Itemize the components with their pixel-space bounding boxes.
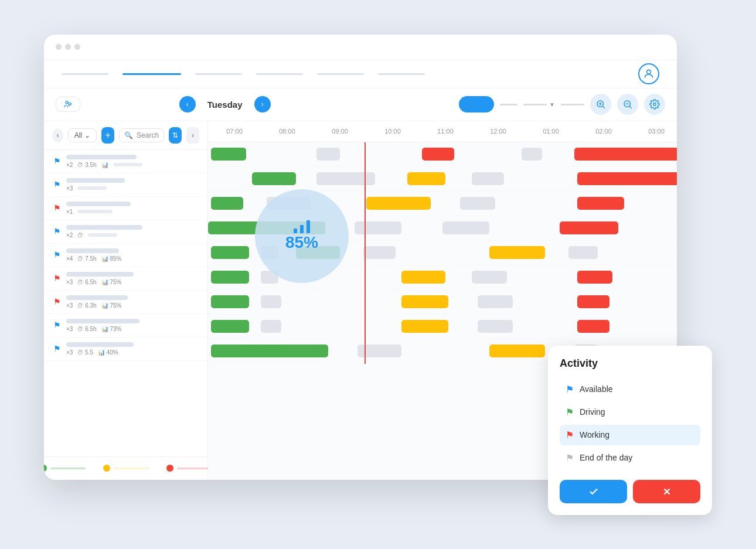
nav-link-6[interactable] [378,73,425,75]
day-navigation: ‹ Tuesday › [179,96,271,112]
driver-meta: ×3 ⏱ 6.5h 📊 73% [66,326,199,332]
outer-wrapper: ‹ Tuesday › ▼ [44,35,712,515]
legend-dot-green [44,465,47,472]
settings-button[interactable] [644,94,665,115]
driver-meta: ×3 ⏱ 5.5 📊 40% [66,349,199,356]
legend-available [44,465,86,472]
sidebar-controls: ‹ All ⌄ + 🔍 Search ⇅ › [44,121,207,150]
dot-red [56,44,62,50]
sidebar-forward-button[interactable]: › [186,127,199,144]
nav-link-2[interactable] [122,73,181,75]
driver-name-bar [66,342,134,347]
list-item[interactable]: ⚑ ×1 [44,197,207,220]
percent-bubble: 85% [255,189,349,283]
bar-gray [261,295,281,308]
bar-gray [261,320,281,333]
flag-icon: ⚑ [52,250,62,260]
zoom-in-button[interactable] [590,94,611,115]
bar-green [211,345,328,357]
list-item[interactable]: ⚑ ×3 ⏱ 5.5 📊 40% [44,337,207,361]
bar-green [211,148,246,161]
activity-item-available[interactable]: ⚑ Available [560,379,700,400]
legend-line-yellow [114,468,149,469]
bar-gray [316,172,375,185]
add-driver-button[interactable]: + [101,127,114,144]
driver-name-bar [66,295,128,300]
legend-dot-yellow [103,465,110,472]
driver-name-bar [66,178,125,183]
activity-item-working[interactable]: ⚑ Working [560,425,700,445]
driver-name-bar [66,202,131,206]
group-selector[interactable] [56,97,80,112]
search-icon: 🔍 [124,131,133,139]
activity-label-driving: Driving [580,407,605,417]
cancel-button[interactable] [633,480,700,503]
nav-link-4[interactable] [256,73,303,75]
time-label-200: 02:00 [577,128,630,135]
meta-chip: ×4 [66,255,73,262]
list-item[interactable]: ⚑ ×2 ⏱ [44,220,207,244]
driver-info: ×2 ⏱ [66,225,199,238]
zoom-line-2 [561,104,584,105]
zoom-out-button[interactable] [617,94,638,115]
driver-meta: ×2 ⏱ [66,232,199,238]
search-box[interactable]: 🔍 Search [119,128,164,142]
next-day-button[interactable]: › [254,96,271,112]
svg-rect-7 [300,225,304,233]
nav-link-3[interactable] [195,73,242,75]
bar-gray [568,246,598,259]
sidebar-back-button[interactable]: ‹ [52,128,63,142]
sort-button[interactable]: ⇅ [169,127,182,144]
bar-red [422,148,454,161]
meta-chip: ×1 [66,209,73,215]
zoom-dropdown[interactable]: ▼ [523,101,555,108]
bar-red [577,271,612,284]
activity-item-driving[interactable]: ⚑ Driving [560,402,700,422]
driver-name-bar [66,248,119,253]
bar-gray [442,221,489,234]
nav-link-5[interactable] [317,73,364,75]
nav-avatar[interactable] [638,63,659,84]
dot-yellow [65,44,71,50]
list-item[interactable]: ⚑ ×3 [44,173,207,197]
meta-bar [113,163,142,166]
meta-chip-time: ⏱ 6.3h [77,302,96,309]
meta-chip-time: ⏱ [77,232,83,238]
list-item[interactable]: ⚑ ×3 ⏱ 6.3h 📊 75% [44,291,207,314]
time-label-700: 07:00 [208,128,261,135]
prev-day-button[interactable]: ‹ [179,96,196,112]
meta-chip: ×3 [66,279,73,285]
list-item[interactable]: ⚑ ×3 ⏱ 6.5h 📊 73% [44,314,207,337]
activity-item-endofday[interactable]: ⚑ End of the day [560,448,700,468]
nav-link-1[interactable] [62,73,108,75]
flag-working-icon: ⚑ [566,429,574,441]
confirm-button[interactable] [560,480,627,503]
toolbar: ‹ Tuesday › ▼ [44,88,677,121]
meta-chip-stat: 📊 75% [101,279,122,285]
bar-gray [522,148,542,161]
list-item[interactable]: ⚑ ×4 ⏱ 7.5h 📊 85% [44,244,207,267]
bar-gray [472,271,507,284]
time-label-1200: 12:00 [472,128,525,135]
svg-point-5 [653,103,656,106]
time-label-800: 08:00 [261,128,314,135]
bar-red [560,221,618,234]
meta-chip: ×3 [66,349,73,356]
svg-rect-6 [294,229,297,233]
search-input[interactable]: Search [137,131,159,139]
flag-available-icon: ⚑ [566,384,574,395]
bar-red [577,295,609,308]
zoom-pill[interactable] [459,96,494,112]
legend-line-red [177,468,212,469]
bar-red [577,320,609,333]
time-label-1000: 10:00 [366,128,419,135]
driver-name-bar [66,225,142,230]
meta-chip: ×3 [66,302,73,309]
list-item[interactable]: ⚑ ×2 ⏱ 3.5h 📊 [44,150,207,173]
time-label-100: 01:00 [525,128,577,135]
bar-green [252,172,296,185]
driver-info: ×1 [66,202,199,215]
flag-icon: ⚑ [52,320,62,330]
list-item[interactable]: ⚑ ×3 ⏱ 6.5h 📊 75% [44,267,207,291]
filter-select[interactable]: All ⌄ [68,128,97,142]
